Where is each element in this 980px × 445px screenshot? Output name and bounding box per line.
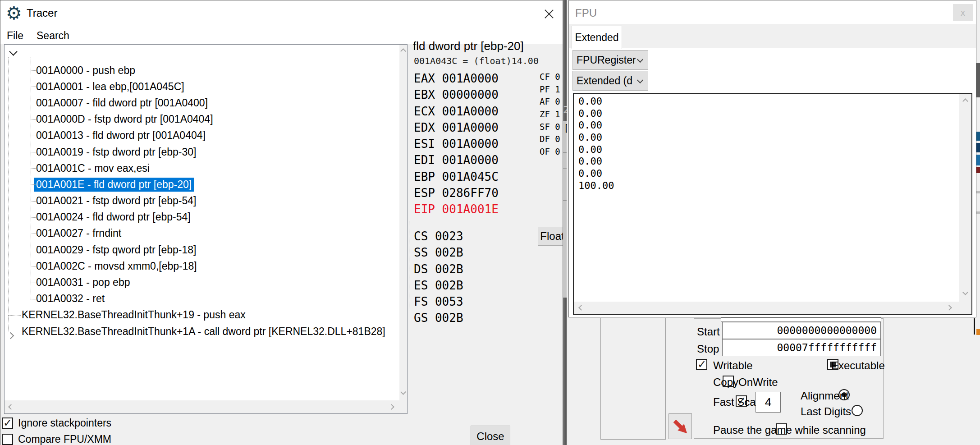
pause-scan-label: Pause the game while scanning bbox=[713, 424, 866, 436]
tree-item[interactable]: 001A0019 - fstp dword ptr [ebp-30] bbox=[5, 144, 399, 160]
fpu-register-dropdown[interactable]: FPURegister bbox=[572, 50, 648, 70]
flag-row: DF 0 bbox=[540, 133, 560, 146]
edge-fragment bbox=[976, 167, 980, 173]
fast-scan-value-input[interactable]: 4 bbox=[756, 392, 781, 413]
tree-item[interactable]: KERNEL32.BaseThreadInitThunk+1A - call d… bbox=[5, 323, 399, 339]
tracer-window: ⚙ Tracer File Search 001A0000 - push ebp… bbox=[0, 0, 567, 445]
fpu-value: 0.00 bbox=[578, 132, 614, 144]
tree-item-label: 001A001E - fld dword ptr [ebp-20] bbox=[34, 178, 194, 192]
collapse-chevron-icon[interactable] bbox=[10, 48, 16, 56]
alignment-label: Alignment bbox=[801, 390, 849, 402]
register-row: ECX 001A0000 bbox=[414, 103, 499, 119]
flag-row: SF 0 bbox=[540, 121, 560, 133]
tree-item[interactable]: 001A0032 - ret bbox=[5, 291, 399, 307]
tree-item-label: 001A0001 - lea ebp,[001A045C] bbox=[36, 81, 184, 93]
flag-row: PF 1 bbox=[540, 83, 560, 96]
copyonwrite-label: CopyOnWrite bbox=[713, 376, 778, 389]
flag-list: CF 0PF 1AF 0ZF 1SF 0DF 0OF 0 bbox=[540, 71, 560, 158]
close-icon[interactable]: x bbox=[953, 4, 973, 21]
option-row: Ignore stackpointers bbox=[2, 415, 111, 431]
red-arrow-icon bbox=[672, 418, 689, 435]
trace-tree-listbox[interactable]: 001A0000 - push ebp001A0001 - lea ebp,[0… bbox=[4, 44, 408, 414]
tree-item-label: 001A0019 - fstp dword ptr [ebp-30] bbox=[36, 146, 196, 158]
executable-label: Executable bbox=[831, 359, 885, 372]
tree-item-label: 001A0021 - fstp dword ptr [ebp-54] bbox=[36, 195, 196, 207]
tree-item[interactable]: 001A0021 - fstp dword ptr [ebp-54] bbox=[5, 193, 399, 209]
segment-row: SS 002B bbox=[414, 244, 463, 261]
scrollbar-corner bbox=[399, 400, 407, 413]
tree-item[interactable]: 001A0000 - push ebp bbox=[5, 62, 399, 78]
fpu-value: 0.00 bbox=[578, 108, 614, 120]
tree-item[interactable]: 001A0027 - frndint bbox=[5, 225, 399, 242]
chevron-down-icon bbox=[637, 56, 643, 63]
register-row: EDX 001A0000 bbox=[414, 119, 499, 136]
edge-fragment bbox=[563, 152, 567, 153]
fpu-value: 0.00 bbox=[578, 144, 614, 156]
dropdown-value: Extended (d bbox=[577, 75, 632, 87]
tree-item-label: 001A0024 - fld dword ptr [ebp-54] bbox=[36, 211, 191, 223]
start-input[interactable]: 0000000000000000 bbox=[722, 322, 881, 339]
edge-fragment bbox=[976, 211, 980, 214]
close-button[interactable]: Close bbox=[471, 426, 510, 445]
tab-extended[interactable]: Extended bbox=[572, 26, 622, 49]
tree-item[interactable]: 001A002C - movsd xmm0,[ebp-18] bbox=[5, 258, 399, 274]
tree-item[interactable]: 001A0007 - fild dword ptr [001A0400] bbox=[5, 95, 399, 111]
tracer-titlebar[interactable]: ⚙ Tracer bbox=[0, 0, 563, 27]
segment-register-list: CS 0023SS 002BDS 002BES 002BFS 0053GS 00… bbox=[414, 228, 463, 326]
tree-item-label: 001A0007 - fild dword ptr [001A0400] bbox=[36, 97, 208, 109]
fpu-value: 0.00 bbox=[578, 168, 614, 180]
menu-search[interactable]: Search bbox=[34, 28, 72, 43]
window-title: Tracer bbox=[27, 7, 57, 19]
segment-row: DS 002B bbox=[414, 261, 463, 277]
option-label: Compare FPU/XMM bbox=[18, 433, 111, 445]
edge-fragment bbox=[976, 132, 980, 141]
flag-row: OF 0 bbox=[540, 146, 560, 158]
option-checkbox[interactable] bbox=[2, 434, 13, 445]
tree-item-label: 001A000D - fstp dword ptr [001A0404] bbox=[36, 113, 213, 125]
expand-chevron-icon[interactable] bbox=[8, 329, 13, 341]
tree-item-label: 001A0027 - frndint bbox=[36, 227, 121, 239]
fpu-values-list[interactable]: 0.000.000.000.000.000.000.00100.00 bbox=[573, 93, 972, 315]
tree-item[interactable]: 001A0031 - pop ebp bbox=[5, 274, 399, 290]
vertical-scrollbar[interactable] bbox=[959, 94, 971, 302]
fpu-format-dropdown[interactable]: Extended (d bbox=[572, 71, 648, 91]
register-row: EIP 001A001E bbox=[414, 201, 499, 217]
edge-fragment bbox=[976, 63, 980, 97]
writable-label: Writable bbox=[713, 359, 753, 372]
register-row: ESP 0286FF70 bbox=[414, 185, 499, 201]
instruction-annotation: 001A043C = (float)14.00 bbox=[414, 55, 539, 66]
horizontal-scrollbar[interactable] bbox=[5, 400, 399, 413]
register-row: EDI 001A0000 bbox=[414, 152, 499, 168]
tree-item-label: 001A0000 - push ebp bbox=[36, 64, 135, 77]
tree-item-label: 001A002C - movsd xmm0,[ebp-18] bbox=[36, 260, 197, 272]
tab-strip bbox=[569, 24, 976, 48]
fpu-value: 100.00 bbox=[578, 180, 614, 192]
tree-item[interactable]: 001A0024 - fld dword ptr [ebp-54] bbox=[5, 209, 399, 225]
start-label: Start bbox=[697, 326, 720, 338]
tree-item[interactable]: 001A000D - fstp dword ptr [001A0404] bbox=[5, 111, 399, 128]
tree-item[interactable]: 001A0029 - fstp qword ptr [ebp-18] bbox=[5, 242, 399, 258]
flag-row: ZF 1 bbox=[540, 108, 560, 121]
tree-item[interactable]: KERNEL32.BaseThreadInitThunk+19 - push e… bbox=[5, 307, 399, 323]
tree-item[interactable]: 001A0013 - fld dword ptr [001A0404] bbox=[5, 128, 399, 144]
tree-item[interactable]: 001A001C - mov eax,esi bbox=[5, 160, 399, 176]
segment-row: ES 002B bbox=[414, 277, 463, 294]
vertical-scrollbar[interactable] bbox=[399, 45, 407, 400]
tree-item[interactable]: 001A0001 - lea ebp,[001A045C] bbox=[5, 78, 399, 95]
writable-checkbox[interactable] bbox=[696, 359, 707, 370]
tree-item[interactable]: 001A001E - fld dword ptr [ebp-20] bbox=[5, 176, 399, 193]
segment-row: GS 002B bbox=[414, 310, 463, 326]
attach-process-button[interactable] bbox=[669, 413, 692, 439]
horizontal-scrollbar[interactable] bbox=[574, 302, 959, 314]
menu-file[interactable]: File bbox=[4, 28, 26, 43]
edge-fragment bbox=[976, 191, 980, 193]
tree-item-label: KERNEL32.BaseThreadInitThunk+1A - call d… bbox=[22, 326, 385, 338]
stop-input[interactable]: 00007fffffffffff bbox=[722, 339, 881, 356]
stop-label: Stop bbox=[697, 343, 719, 355]
segment-row: FS 0053 bbox=[414, 294, 463, 310]
tracer-options: Ignore stackpointersCompare FPU/XMM bbox=[2, 415, 111, 445]
close-icon[interactable] bbox=[542, 8, 556, 20]
register-row: EAX 001A0000 bbox=[414, 70, 499, 87]
option-checkbox[interactable] bbox=[2, 417, 13, 429]
option-row: Compare FPU/XMM bbox=[2, 431, 111, 445]
